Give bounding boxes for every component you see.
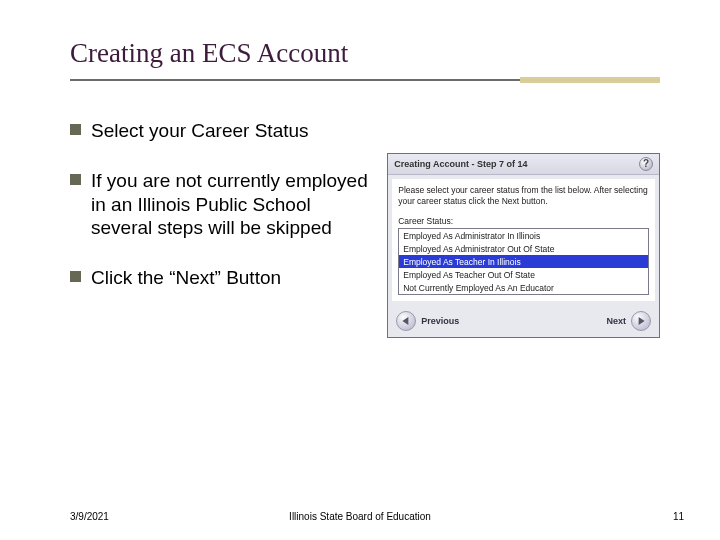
arrow-left-icon xyxy=(396,311,416,331)
wizard-panel: Creating Account - Step 7 of 14 ? Please… xyxy=(387,153,660,338)
wizard-titlebar: Creating Account - Step 7 of 14 ? xyxy=(388,154,659,175)
listbox-option[interactable]: Employed As Administrator Out Of State xyxy=(399,242,648,255)
previous-button[interactable]: Previous xyxy=(396,311,459,331)
bullet-text: Select your Career Status xyxy=(91,119,309,143)
bullet-square-icon xyxy=(70,124,81,135)
help-icon[interactable]: ? xyxy=(639,157,653,171)
list-item: Select your Career Status xyxy=(70,119,369,143)
career-status-listbox[interactable]: Employed As Administrator In Illinois Em… xyxy=(398,228,649,295)
wizard-instruction: Please select your career status from th… xyxy=(398,185,649,206)
career-status-label: Career Status: xyxy=(398,216,649,226)
wizard-nav: Previous Next xyxy=(388,305,659,337)
footer-page-number: 11 xyxy=(673,511,684,522)
bullet-square-icon xyxy=(70,174,81,185)
title-rule xyxy=(70,77,660,83)
list-item: If you are not currently employed in an … xyxy=(70,169,369,240)
listbox-option[interactable]: Employed As Teacher Out Of State xyxy=(399,268,648,281)
listbox-option[interactable]: Employed As Administrator In Illinois xyxy=(399,229,648,242)
next-button[interactable]: Next xyxy=(606,311,651,331)
next-label: Next xyxy=(606,316,626,326)
slide-title: Creating an ECS Account xyxy=(70,38,660,69)
bullet-square-icon xyxy=(70,271,81,282)
bullet-list: Select your Career Status If you are not… xyxy=(70,119,369,338)
listbox-option[interactable]: Not Currently Employed As An Educator xyxy=(399,281,648,294)
listbox-option-selected[interactable]: Employed As Teacher In Illinois xyxy=(399,255,648,268)
slide-footer: 3/9/2021 Illinois State Board of Educati… xyxy=(0,511,720,522)
footer-org: Illinois State Board of Education xyxy=(289,511,431,522)
footer-date: 3/9/2021 xyxy=(70,511,109,522)
arrow-right-icon xyxy=(631,311,651,331)
bullet-text: Click the “Next” Button xyxy=(91,266,281,290)
bullet-text: If you are not currently employed in an … xyxy=(91,169,369,240)
wizard-step-label: Creating Account - Step 7 of 14 xyxy=(394,159,527,169)
previous-label: Previous xyxy=(421,316,459,326)
list-item: Click the “Next” Button xyxy=(70,266,369,290)
wizard-body: Please select your career status from th… xyxy=(392,179,655,301)
